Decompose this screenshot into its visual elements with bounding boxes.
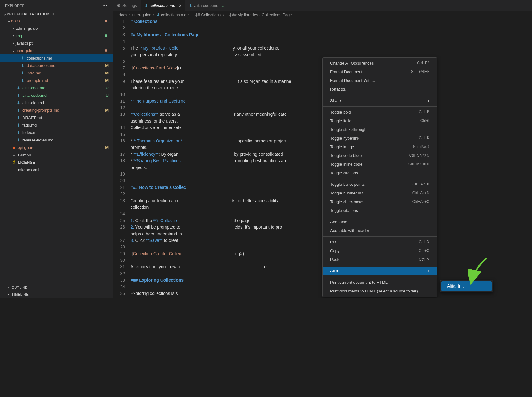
line-numbers: 1234567891011121314151617181920212223242… (113, 18, 131, 298)
ctx-toggle-image[interactable]: Toggle imageNumPad9 (323, 143, 437, 151)
file-datasources.md[interactable]: ⬇datasources.mdM (0, 62, 113, 69)
markdown-icon: ⬇ (144, 3, 148, 8)
ctx-change-all-occurrences[interactable]: Change All OccurrencesCtrl+F2 (323, 59, 437, 68)
ctx-format-document-with-[interactable]: Format Document With... (323, 76, 437, 85)
file-creating-prompts.md[interactable]: ⬇creating-prompts.mdM (0, 106, 113, 114)
ctx-toggle-hyperlink[interactable]: Toggle hyperlinkCtrl+K (323, 134, 437, 143)
ctx-toggle-code-block[interactable]: Toggle code blockCtrl+Shift+C (323, 151, 437, 160)
ctx-print-documents-to-html-select-a-source-folder-[interactable]: Print documents to HTML (select a source… (323, 287, 437, 296)
symbol-icon: ▭ (226, 13, 231, 17)
breadcrumb-segment[interactable]: docs (119, 12, 127, 17)
file-icon: ⬇ (20, 56, 25, 60)
symbol-icon: ▭ (192, 13, 197, 17)
file-icon: ⬇ (16, 115, 21, 120)
breadcrumb-segment[interactable]: user-guide (132, 12, 151, 17)
ctx-toggle-italic[interactable]: Toggle italicCtrl+I (323, 117, 437, 125)
file-icon: 🎗 (11, 160, 17, 165)
file-icon: ⬇ (16, 93, 21, 98)
tab-alita-code-md[interactable]: ⬇alita-code.mdU (185, 0, 228, 11)
file-alita-dial.md[interactable]: ⬇alita-dial.md (0, 99, 113, 106)
project-name: PROJECTALITA.GITHUB.IO (7, 12, 55, 16)
chevron-down-icon: ⌄ (2, 12, 7, 16)
outline-section[interactable]: › OUTLINE (0, 284, 113, 291)
file-release-notes.md[interactable]: ⬇release-notes.md (0, 136, 113, 144)
ctx-toggle-bullet-points[interactable]: Toggle bullet pointsCtrl+Alt+B (323, 180, 437, 189)
close-icon[interactable]: × (179, 3, 181, 8)
breadcrumb-segment[interactable]: ▭ # Collections (192, 12, 221, 17)
ctx-paste[interactable]: PasteCtrl+V (323, 255, 437, 264)
ctx-format-document[interactable]: Format DocumentShift+Alt+F (323, 68, 437, 76)
file-faqs.md[interactable]: ⬇faqs.md (0, 121, 113, 129)
file-icon: ⬇ (20, 63, 25, 68)
breadcrumb[interactable]: docs›user-guide›⬇ collections.md›▭ # Col… (113, 11, 532, 18)
explorer-header: EXPLORER ⋯ (0, 0, 113, 11)
file-tree: ⌄docs›admin-guide›img›javascript⌄user-gu… (0, 17, 113, 284)
ctx-add-table-with-header[interactable]: Add table with header (323, 226, 437, 235)
tab-Settings[interactable]: ⚙Settings (113, 0, 141, 11)
gear-icon: ⚙ (117, 3, 121, 8)
file-collections.md[interactable]: ⬇collections.md (0, 54, 113, 62)
ctx-toggle-strikethrough[interactable]: Toggle strikethrough (323, 125, 437, 134)
context-menu: Change All OccurrencesCtrl+F2Format Docu… (322, 57, 437, 297)
file-icon: ⬇ (16, 86, 21, 90)
folder-javascript[interactable]: ›javascript (0, 39, 113, 47)
folder-img[interactable]: ›img (0, 32, 113, 39)
file-alita-chat.md[interactable]: ⬇alita-chat.mdU (0, 84, 113, 91)
alita-init-item[interactable]: Alita: Init (441, 281, 492, 291)
file-intro.md[interactable]: ⬇intro.mdM (0, 69, 113, 77)
folder-admin-guide[interactable]: ›admin-guide (0, 25, 113, 32)
ctx-refactor-[interactable]: Refactor... (323, 85, 437, 94)
file-prompts.md[interactable]: ⬇prompts.mdM (0, 77, 113, 84)
file-CNAME[interactable]: ≡CNAME (0, 151, 113, 158)
file-icon: ⬇ (16, 138, 21, 142)
tab-collections-md[interactable]: ⬇collections.md× (141, 0, 185, 11)
chevron-right-icon: › (6, 285, 11, 290)
ctx-toggle-bold[interactable]: Toggle boldCtrl+B (323, 108, 437, 117)
chevron-icon: ⌄ (11, 48, 16, 53)
markdown-icon: ⬇ (157, 12, 160, 17)
file-icon: ⬇ (20, 78, 25, 83)
timeline-section[interactable]: › TIMELINE (0, 291, 113, 298)
text-editor[interactable]: 1234567891011121314151617181920212223242… (113, 18, 532, 298)
folder-user-guide[interactable]: ⌄user-guide (0, 47, 113, 54)
tab-bar: ⚙Settings⬇collections.md×⬇alita-code.mdU (113, 0, 532, 11)
explorer-sidebar: EXPLORER ⋯ ⌄ PROJECTALITA.GITHUB.IO ⌄doc… (0, 0, 113, 298)
ctx-toggle-number-list[interactable]: Toggle number listCtrl+Alt+N (323, 189, 437, 198)
editor-area: ⚙Settings⬇collections.md×⬇alita-code.mdU… (113, 0, 532, 298)
breadcrumb-segment[interactable]: ▭ ## My libraries - Collections Page (226, 12, 292, 17)
ctx-toggle-checkboxes[interactable]: Toggle checkboxesCtrl+Alt+C (323, 198, 437, 206)
breadcrumb-segment[interactable]: ⬇ collections.md (157, 12, 187, 17)
chevron-icon: › (11, 33, 16, 38)
file-LICENSE[interactable]: 🎗LICENSE (0, 158, 113, 166)
file-index.md[interactable]: ⬇index.md (0, 129, 113, 136)
file-icon: ! (11, 167, 17, 172)
more-actions-icon[interactable]: ⋯ (102, 2, 108, 8)
markdown-icon: ⬇ (189, 3, 193, 8)
file-mkdocs.yml[interactable]: !mkdocs.yml (0, 166, 113, 173)
chevron-icon: › (11, 41, 16, 45)
ctx-toggle-inline-code[interactable]: Toggle inline codeCtrl+M Ctrl+I (323, 160, 437, 169)
file-icon: ⬇ (16, 108, 21, 113)
file-icon: ⬇ (16, 100, 21, 105)
ctx-toggle-citations[interactable]: Toggle citations (323, 206, 437, 215)
ctx-toggle-citations[interactable]: Toggle citations (323, 169, 437, 177)
folder-docs[interactable]: ⌄docs (0, 17, 113, 25)
ctx-copy[interactable]: CopyCtrl+C (323, 247, 437, 255)
ctx-cut[interactable]: CutCtrl+X (323, 238, 437, 247)
chevron-icon: ⌄ (7, 19, 11, 23)
explorer-title: EXPLORER (5, 4, 25, 7)
file-icon: ⬇ (16, 130, 21, 135)
ctx-print-current-document-to-html[interactable]: Print current document to HTML (323, 278, 437, 287)
file-icon: ◆ (11, 145, 17, 150)
ctx-share[interactable]: Share› (323, 96, 437, 105)
file-.gitignore[interactable]: ◆.gitignoreM (0, 144, 113, 151)
chevron-icon: › (11, 26, 16, 30)
chevron-right-icon: › (428, 97, 429, 104)
project-root[interactable]: ⌄ PROJECTALITA.GITHUB.IO (0, 11, 113, 17)
chevron-right-icon: › (428, 268, 429, 274)
ctx-alita[interactable]: Alita› (323, 267, 437, 275)
file-alita-code.md[interactable]: ⬇alita-code.mdU (0, 91, 113, 99)
file-icon: ⬇ (16, 123, 21, 127)
ctx-add-table[interactable]: Add table (323, 218, 437, 226)
file-DRAFT.md[interactable]: ⬇DRAFT.md (0, 114, 113, 121)
